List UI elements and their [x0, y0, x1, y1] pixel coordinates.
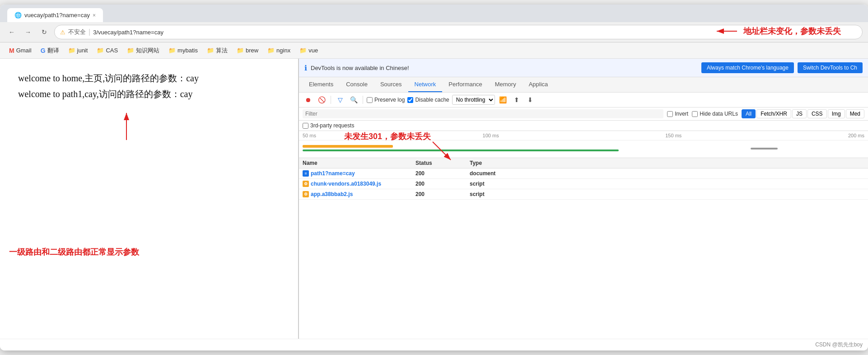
tab-performance[interactable]: Performance [442, 77, 488, 92]
info-icon: ℹ [304, 64, 307, 72]
devtools-info-text: DevTools is now available in Chinese! [311, 65, 698, 71]
preserve-log-checkbox[interactable]: Preserve log [367, 97, 405, 103]
row2-name: ⚙ chunk-vendors.a0183049.js [303, 181, 415, 187]
toolbar-sep-2 [363, 96, 363, 104]
filter-input[interactable] [303, 109, 663, 118]
bookmark-brew[interactable]: 📁 brew [233, 46, 262, 55]
bookmark-algorithm[interactable]: 📁 算法 [203, 45, 231, 56]
filter-type-media[interactable]: Med [846, 109, 864, 118]
bookmark-cas[interactable]: 📁 CAS [93, 46, 121, 55]
throttle-select[interactable]: No throttling Fast 3G Slow 3G [452, 95, 495, 105]
devtools-panel: ℹ DevTools is now available in Chinese! … [298, 59, 868, 339]
network-table: ≡ path1?name=cay 200 document ⚙ chunk-ve… [299, 168, 868, 339]
filter-type-fetchxhr[interactable]: Fetch/XHR [756, 109, 791, 118]
bookmark-junit-label: junit [77, 47, 88, 54]
clear-btn[interactable]: 🚫 [316, 94, 327, 105]
bookmark-brew-label: brew [246, 47, 258, 54]
devtools-toolbar: ⏺ 🚫 ▽ 🔍 Preserve log Disable cache No th… [299, 93, 868, 107]
bookmark-knowledge-label: 知识网站 [136, 47, 159, 55]
folder-icon-vue: 📁 [299, 47, 307, 54]
network-row-2[interactable]: ⚙ chunk-vendors.a0183049.js 200 script [299, 179, 868, 189]
tab-application[interactable]: Applica [523, 77, 555, 92]
folder-icon-brew: 📁 [237, 47, 244, 54]
tab-memory[interactable]: Memory [489, 77, 523, 92]
disable-cache-checkbox[interactable]: Disable cache [407, 97, 449, 103]
bookmark-algorithm-label: 算法 [216, 47, 228, 55]
third-party-input[interactable] [303, 123, 308, 129]
network-row-1[interactable]: ≡ path1?name=cay 200 document [299, 168, 868, 179]
folder-icon-knowledge: 📁 [127, 47, 134, 54]
reload-btn[interactable]: ↻ [38, 26, 51, 38]
tab-title: vuecay/path1?name=cay [24, 12, 90, 19]
active-tab[interactable]: 🌐 vuecay/path1?name=cay × [7, 8, 103, 22]
bookmark-mybatis[interactable]: 📁 mybatis [165, 46, 201, 55]
url-separator: | [89, 28, 90, 36]
devtools-info-bar: ℹ DevTools is now available in Chinese! … [299, 59, 868, 77]
always-match-btn[interactable]: Always match Chrome's language [701, 62, 794, 73]
record-btn[interactable]: ⏺ [303, 94, 313, 105]
col-header-name: Name [303, 160, 415, 166]
bookmark-knowledge[interactable]: 📁 知识网站 [123, 45, 163, 56]
row2-type: script [470, 181, 524, 187]
disable-cache-input[interactable] [407, 97, 413, 103]
row2-name-text: chunk-vendors.a0183049.js [311, 181, 381, 187]
filter-type-all[interactable]: All [742, 109, 756, 118]
search-btn[interactable]: 🔍 [348, 94, 359, 105]
filter-type-css[interactable]: CSS [807, 109, 827, 118]
tab-elements[interactable]: Elements [303, 77, 340, 92]
timeline-bar-gray [751, 148, 778, 149]
invert-checkbox[interactable]: Invert [667, 111, 688, 117]
watermark-text: CSDN @凯先生boy [815, 341, 863, 348]
download-btn[interactable]: ⬇ [525, 94, 536, 105]
bookmark-junit[interactable]: 📁 junit [65, 46, 92, 55]
invert-input[interactable] [667, 111, 673, 117]
bookmark-vue[interactable]: 📁 vue [296, 46, 322, 55]
network-table-header: Name Status Type [299, 158, 868, 168]
filter-type-img[interactable]: Img [828, 109, 845, 118]
tab-sources[interactable]: Sources [374, 77, 408, 92]
switch-devtools-btn[interactable]: Switch DevTools to Ch [798, 62, 863, 73]
preserve-log-input[interactable] [367, 97, 373, 103]
hide-data-input[interactable] [692, 111, 698, 117]
bookmark-mybatis-label: mybatis [177, 47, 198, 54]
forward-btn[interactable]: → [22, 26, 34, 38]
folder-icon-mybatis: 📁 [168, 47, 176, 54]
network-row-3[interactable]: ⚙ app.a38bbab2.js 200 script [299, 189, 868, 200]
tab-favicon: 🌐 [14, 12, 22, 19]
folder-icon-nginx: 📁 [267, 47, 275, 54]
filter-type-group: All Fetch/XHR JS CSS Img Med [742, 109, 864, 118]
security-warning-icon: ⚠ [60, 29, 65, 36]
bookmark-gmail[interactable]: M Gmail [5, 46, 35, 56]
bookmark-nginx-label: nginx [276, 47, 290, 54]
timeline-bar-orange [303, 145, 393, 148]
page-content: welcome to home,主页,访问的路径的参数：cay welcome … [0, 59, 298, 339]
timeline-bar-green [303, 149, 619, 151]
third-party-checkbox[interactable]: 3rd-party requests [303, 122, 864, 129]
upload-btn[interactable]: ⬆ [511, 94, 522, 105]
preserve-log-label: Preserve log [374, 97, 405, 103]
back-btn[interactable]: ← [5, 26, 18, 38]
disable-cache-label: Disable cache [415, 97, 449, 103]
filter-icon-btn[interactable]: ▽ [335, 94, 345, 105]
row1-status: 200 [415, 170, 470, 177]
hide-data-checkbox[interactable]: Hide data URLs [692, 111, 738, 117]
row1-icon: ≡ [303, 170, 309, 177]
hide-data-label: Hide data URLs [700, 111, 738, 117]
folder-icon-cas: 📁 [97, 47, 104, 54]
wifi-icon-btn[interactable]: 📶 [498, 94, 509, 105]
row1-name-text: path1?name=cay [311, 170, 355, 177]
toolbar-sep-1 [331, 96, 331, 104]
tab-close-btn[interactable]: × [93, 12, 96, 19]
bookmark-translate-label: 翻译 [47, 47, 59, 55]
tab-console[interactable]: Console [340, 77, 374, 92]
bookmarks-bar: M Gmail G 翻译 📁 junit 📁 CAS 📁 知识网站 📁 myba… [0, 42, 868, 59]
watermark: CSDN @凯先生boy [0, 339, 868, 350]
filter-type-js[interactable]: JS [792, 109, 807, 118]
bookmark-nginx[interactable]: 📁 nginx [264, 46, 294, 55]
row3-status: 200 [415, 191, 470, 197]
tab-network[interactable]: Network [408, 77, 443, 92]
annotation-top: 地址栏未变化，参数未丢失 [743, 26, 841, 37]
row1-type: document [470, 170, 524, 177]
bookmark-translate[interactable]: G 翻译 [37, 45, 63, 56]
row3-icon: ⚙ [303, 191, 309, 197]
